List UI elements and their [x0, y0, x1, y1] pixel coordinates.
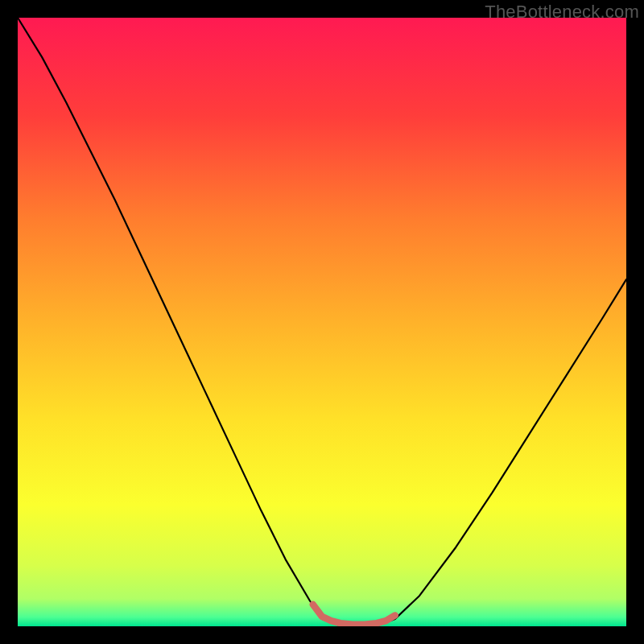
chart-frame: TheBottleneck.com [0, 0, 644, 644]
watermark-text: TheBottleneck.com [485, 2, 639, 23]
plot-area [18, 18, 626, 626]
curve-layer [18, 18, 626, 626]
sweet-spot-band [313, 605, 395, 625]
bottleneck-curve [18, 18, 626, 625]
